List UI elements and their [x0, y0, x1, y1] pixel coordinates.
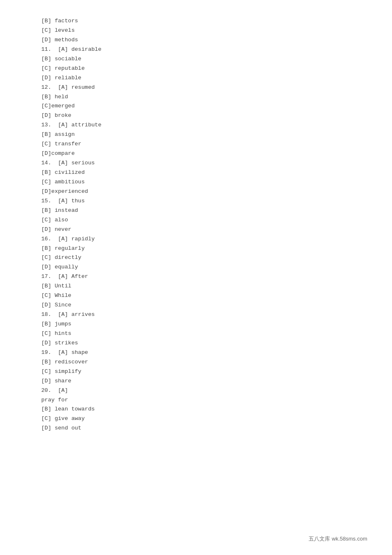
list-item: [D] Since — [41, 301, 367, 310]
list-item: 20. [A] — [41, 386, 367, 396]
list-item: [C] also — [41, 216, 367, 225]
list-item: [C] transfer — [41, 140, 367, 149]
footer-text: 五八文库 wk.58sms.com — [309, 536, 367, 542]
footer: 五八文库 wk.58sms.com — [309, 535, 367, 543]
list-item: [C]emerged — [41, 102, 367, 111]
list-item: 19. [A] shape — [41, 348, 367, 358]
list-item: [C] simplify — [41, 367, 367, 377]
list-item: 11. [A] desirable — [41, 45, 367, 55]
list-item: [C] directly — [41, 253, 367, 263]
list-item: [C] hints — [41, 329, 367, 339]
list-item: [B] lean towards — [41, 405, 367, 414]
list-item: [C] While — [41, 291, 367, 301]
list-item: [B] sociable — [41, 55, 367, 64]
list-item: 16. [A] rapidly — [41, 235, 367, 244]
list-item: [D]experienced — [41, 187, 367, 197]
list-item: 12. [A] resumed — [41, 83, 367, 92]
list-item: [C] reputable — [41, 64, 367, 74]
list-item: [D] equally — [41, 263, 367, 272]
list-item: 13. [A] attribute — [41, 121, 367, 130]
list-item: [B] factors — [41, 17, 367, 26]
list-item: [D] never — [41, 225, 367, 235]
list-item: [D] broke — [41, 111, 367, 121]
list-item: [C] levels — [41, 26, 367, 36]
list-item: [C] ambitious — [41, 178, 367, 187]
content-list: [B] factors[C] levels[D] methods11. [A] … — [41, 17, 367, 433]
list-item: [B] assign — [41, 130, 367, 140]
list-item: [D] methods — [41, 36, 367, 45]
list-item: [D] reliable — [41, 74, 367, 83]
list-item: [B] instead — [41, 206, 367, 216]
list-item: [B] held — [41, 92, 367, 102]
list-item: 17. [A] After — [41, 272, 367, 282]
list-item: 15. [A] thus — [41, 197, 367, 206]
list-item: 14. [A] serious — [41, 159, 367, 168]
list-item: [D]compare — [41, 149, 367, 159]
list-item: [B] regularly — [41, 244, 367, 254]
page-container: [B] factors[C] levels[D] methods11. [A] … — [0, 0, 392, 450]
list-item: [D] send out — [41, 424, 367, 433]
list-item: [D] share — [41, 377, 367, 386]
list-item: [B] rediscover — [41, 358, 367, 367]
list-item: [C] give away — [41, 414, 367, 424]
list-item: [B] civilized — [41, 168, 367, 178]
list-item: [D] strikes — [41, 339, 367, 348]
list-item: pray for — [41, 396, 367, 405]
list-item: [B] Until — [41, 282, 367, 291]
list-item: 18. [A] arrives — [41, 310, 367, 320]
list-item: [B] jumps — [41, 320, 367, 329]
